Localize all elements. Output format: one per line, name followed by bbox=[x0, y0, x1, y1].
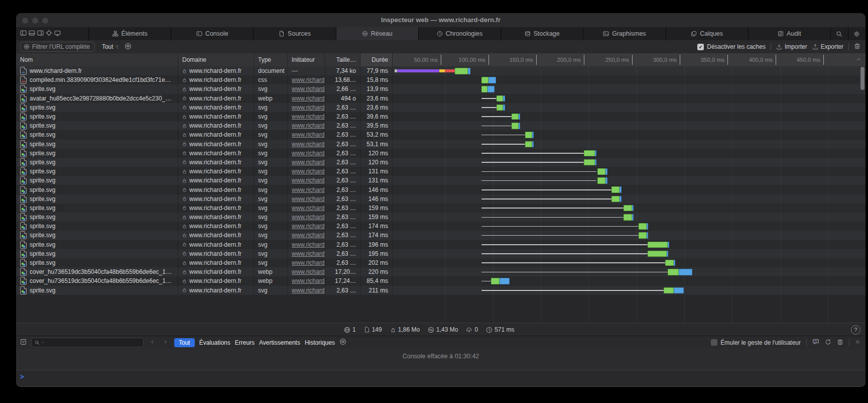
table-row[interactable]: sprite.svg www.richard-dern.fr svg www.r… bbox=[16, 167, 865, 176]
table-row[interactable]: sprite.svg www.richard-dern.fr svg www.r… bbox=[16, 176, 865, 185]
help-button[interactable]: ? bbox=[851, 325, 860, 335]
table-row[interactable]: sprite.svg www.richard-dern.fr svg www.r… bbox=[16, 258, 865, 267]
table-row[interactable]: sprite.svg www.richard-dern.fr svg www.r… bbox=[16, 213, 865, 222]
table-row[interactable]: sprite.svg www.richard-dern.fr svg www.r… bbox=[16, 194, 865, 204]
header-size[interactable]: Taille… bbox=[325, 53, 360, 66]
dock-right-icon[interactable] bbox=[37, 29, 44, 38]
table-row[interactable]: sprite.svg www.richard-dern.fr svg www.r… bbox=[16, 103, 865, 112]
next-result-button[interactable] bbox=[161, 339, 170, 346]
table-row[interactable]: sprite.svg www.richard-dern.fr svg www.r… bbox=[16, 158, 865, 167]
initiator-link[interactable]: www.richard-d… bbox=[288, 240, 325, 249]
initiator-link[interactable]: www.richard-d… bbox=[288, 167, 325, 176]
tab-layers[interactable]: Calques bbox=[666, 27, 749, 40]
console-filter-warnings[interactable]: Avertissements bbox=[259, 339, 300, 346]
tab-graphics[interactable]: Graphismes bbox=[583, 27, 666, 40]
dock-left-icon[interactable] bbox=[20, 29, 27, 38]
initiator-link[interactable]: www.richard-d… bbox=[288, 140, 325, 149]
initiator-link[interactable]: www.richard-d… bbox=[288, 176, 325, 185]
search-icon[interactable] bbox=[831, 27, 848, 40]
table-row[interactable]: cover_hu736519dc3b5040cfa48b6b559b6de6ec… bbox=[16, 267, 865, 276]
clear-console-trash-icon[interactable] bbox=[837, 339, 843, 347]
window-title: Inspecteur web — www.richard-dern.fr bbox=[16, 13, 865, 27]
initiator-link[interactable]: www.richard-d… bbox=[288, 204, 325, 213]
table-row[interactable]: sprite.svg www.richard-dern.fr svg www.r… bbox=[16, 140, 865, 149]
table-row[interactable]: sprite.svg www.richard-dern.fr svg www.r… bbox=[16, 204, 865, 213]
dock-bottom-icon[interactable] bbox=[29, 29, 35, 38]
waterfall-bar bbox=[393, 130, 865, 139]
initiator-link[interactable]: www.richard-d… bbox=[288, 222, 325, 231]
resource-type-dropdown[interactable]: Tout bbox=[102, 43, 119, 50]
initiator-link[interactable]: www.richard-d… bbox=[288, 213, 325, 222]
table-row[interactable]: sprite.svg www.richard-dern.fr svg www.r… bbox=[16, 249, 865, 258]
tab-storage[interactable]: Stockage bbox=[501, 27, 583, 40]
element-picker-icon[interactable] bbox=[46, 29, 52, 38]
initiator-link[interactable]: www.richard-d… bbox=[288, 130, 325, 139]
table-row[interactable]: sprite.svg www.richard-dern.fr svg www.r… bbox=[16, 231, 865, 240]
initiator-link[interactable]: www.richard-d… bbox=[288, 149, 325, 158]
console-prompt[interactable]: > bbox=[16, 370, 865, 383]
initiator-link[interactable]: www.richard-d… bbox=[288, 185, 325, 194]
table-row[interactable]: sprite.svg www.richard-dern.fr svg www.r… bbox=[16, 112, 865, 121]
initiator-link[interactable]: www.richard-d… bbox=[288, 258, 325, 267]
console-filter-evaluations[interactable]: Évaluations bbox=[199, 339, 230, 346]
tab-network[interactable]: Réseau bbox=[336, 27, 419, 40]
initiator-link[interactable]: www.richard-d… bbox=[288, 249, 325, 258]
table-row[interactable]: sprite.svg www.richard-dern.fr svg www.r… bbox=[16, 286, 865, 295]
collapse-waterfall-chevron-icon[interactable] bbox=[856, 57, 861, 64]
console-filter-errors[interactable]: Erreurs bbox=[235, 339, 255, 346]
tab-elements[interactable]: Éléments bbox=[89, 27, 171, 40]
table-row[interactable]: sprite.svg www.richard-dern.fr svg www.r… bbox=[16, 185, 865, 194]
initiator-link[interactable]: www.richard-d… bbox=[288, 103, 325, 112]
table-row[interactable]: sprite.svg www.richard-dern.fr svg www.r… bbox=[16, 240, 865, 249]
filter-menu-icon[interactable] bbox=[125, 43, 132, 51]
initiator-link[interactable]: www.richard-d… bbox=[288, 276, 325, 285]
table-row[interactable]: sprite.svg www.richard-dern.fr svg www.r… bbox=[16, 121, 865, 130]
initiator-link[interactable]: www.richard-d… bbox=[288, 121, 325, 130]
export-button[interactable]: Exporter bbox=[812, 43, 843, 50]
settings-gear-icon[interactable] bbox=[848, 27, 865, 40]
resource-domain: www.richard-dern.fr bbox=[189, 232, 241, 239]
show-javascript-messages-icon[interactable]: JS bbox=[812, 338, 819, 347]
previous-result-button[interactable] bbox=[148, 339, 157, 346]
initiator-link[interactable]: www.richard-d… bbox=[288, 158, 325, 167]
expand-console-chevrons-icon[interactable] bbox=[855, 339, 860, 346]
table-row[interactable]: sprite.svg www.richard-dern.fr svg www.r… bbox=[16, 222, 865, 231]
url-filter-field[interactable]: Filtrer l’URL complète bbox=[20, 42, 95, 52]
initiator-link[interactable]: www.richard-d… bbox=[288, 267, 325, 276]
device-icon[interactable] bbox=[54, 29, 61, 38]
initiator-link[interactable]: www.richard-d… bbox=[288, 112, 325, 121]
reload-icon[interactable] bbox=[825, 339, 831, 347]
emulate-user-gesture-checkbox[interactable]: Émuler le geste de l'utilisateur bbox=[711, 339, 801, 346]
table-row[interactable]: avatar_hu85ecc3e298728880b0bde2dcc4e5c23… bbox=[16, 94, 865, 103]
table-row[interactable]: sprite.svg www.richard-dern.fr svg www.r… bbox=[16, 130, 865, 139]
initiator-link[interactable]: www.richard-d… bbox=[288, 75, 325, 84]
disable-caches-checkbox[interactable]: ✓ Désactiver les caches bbox=[697, 43, 766, 50]
header-type[interactable]: Type bbox=[254, 53, 288, 66]
table-row[interactable]: css compiled.min.38390909f303624ed9e1cf1… bbox=[16, 75, 865, 84]
header-duration[interactable]: Durée bbox=[360, 53, 393, 66]
timeline-tick-label: 350,0 ms bbox=[669, 53, 724, 66]
console-search-input[interactable] bbox=[31, 338, 144, 347]
tab-timelines[interactable]: Chronologies bbox=[419, 27, 501, 40]
header-initiator[interactable]: Initiateur bbox=[288, 53, 325, 66]
collapse-console-icon[interactable] bbox=[20, 339, 27, 347]
initiator-link[interactable]: www.richard-d… bbox=[288, 231, 325, 240]
table-row[interactable]: <> www.richard-dern.fr www.richard-dern.… bbox=[16, 66, 865, 75]
import-button[interactable]: Importer bbox=[776, 43, 807, 50]
header-name[interactable]: Nom bbox=[16, 53, 178, 66]
initiator-link[interactable]: www.richard-d… bbox=[288, 94, 325, 103]
table-row[interactable]: sprite.svg www.richard-dern.fr svg www.r… bbox=[16, 84, 865, 93]
console-filter-logs[interactable]: Historiques bbox=[305, 339, 335, 346]
table-row[interactable]: sprite.svg www.richard-dern.fr svg www.r… bbox=[16, 149, 865, 158]
initiator-link[interactable]: www.richard-d… bbox=[288, 84, 325, 93]
table-row[interactable]: cover_hu736519dc3b5040cfa48b6b559b6de6ec… bbox=[16, 276, 865, 285]
tab-sources[interactable]: Sources bbox=[254, 27, 336, 40]
tab-audit[interactable]: Audit bbox=[749, 27, 831, 40]
clear-network-trash-icon[interactable] bbox=[854, 43, 860, 51]
console-filter-menu-icon[interactable] bbox=[339, 338, 346, 347]
header-domain[interactable]: Domaine bbox=[178, 53, 254, 66]
console-filter-all[interactable]: Tout bbox=[174, 338, 195, 347]
initiator-link[interactable]: www.richard-d… bbox=[288, 286, 325, 295]
tab-console[interactable]: Console bbox=[171, 27, 254, 40]
initiator-link[interactable]: www.richard-d… bbox=[288, 194, 325, 204]
